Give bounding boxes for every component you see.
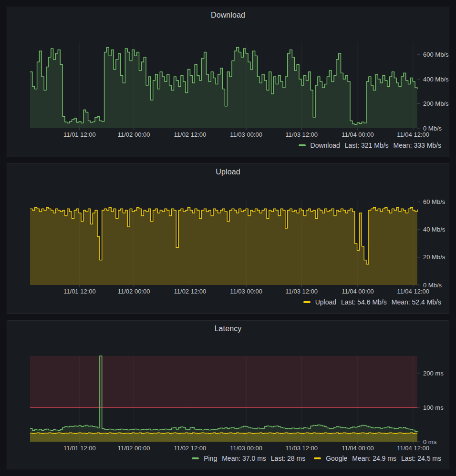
upload-legend: UploadLast: 54.6 Mb/sMean: 52.4 Mb/s — [7, 294, 449, 314]
x-axis-label: 11/01 12:00 — [63, 288, 96, 294]
legend-stat: Last: 28 ms — [271, 455, 305, 462]
y-axis-label: 400 Mb/s — [423, 76, 449, 83]
panel-download: Download 0 Mb/s200 Mb/s400 Mb/s600 Mb/s1… — [7, 7, 449, 157]
threshold-region — [30, 356, 417, 407]
x-axis-label: 11/02 12:00 — [174, 131, 207, 138]
legend-label[interactable]: Google — [326, 455, 347, 462]
x-axis-label: 11/03 12:00 — [285, 445, 318, 451]
latency-chart[interactable]: 0 ms100 ms200 ms11/01 12:0011/02 00:0011… — [7, 337, 449, 451]
x-axis-label: 11/03 00:00 — [230, 288, 262, 294]
x-axis-label: 11/01 12:00 — [63, 131, 96, 138]
legend-stat: Mean: 24.9 ms — [352, 455, 396, 462]
x-axis-label: 11/02 12:00 — [174, 288, 207, 294]
series-google-fill — [30, 433, 417, 442]
x-axis-label: 11/04 00:00 — [342, 445, 374, 451]
legend-item-google[interactable]: GoogleMean: 24.9 msLast: 24.5 ms — [314, 455, 441, 462]
x-axis-label: 11/04 12:00 — [397, 288, 429, 294]
x-axis-label: 11/04 00:00 — [342, 131, 374, 138]
y-axis-label: 20 Mb/s — [423, 253, 446, 261]
upload-chart[interactable]: 0 Mb/s20 Mb/s40 Mb/s60 Mb/s11/01 12:0011… — [7, 180, 449, 294]
x-axis-label: 11/02 00:00 — [118, 445, 150, 451]
legend-item-download[interactable]: DownloadLast: 321 Mb/sMean: 333 Mb/s — [299, 142, 441, 149]
panel-title-latency: Latency — [7, 321, 449, 337]
y-axis-label: 100 ms — [423, 404, 444, 411]
download-chart-area[interactable]: 0 Mb/s200 Mb/s400 Mb/s600 Mb/s11/01 12:0… — [7, 23, 449, 138]
legend-label[interactable]: Ping — [204, 455, 217, 462]
x-axis-label: 11/03 00:00 — [230, 445, 262, 451]
x-axis-label: 11/04 12:00 — [397, 131, 429, 138]
legend-label[interactable]: Download — [311, 142, 340, 149]
latency-legend: PingMean: 37.0 msLast: 28 msGoogleMean: … — [7, 451, 449, 469]
x-axis-label: 11/04 00:00 — [342, 288, 374, 294]
legend-stat: Mean: 52.4 Mb/s — [392, 299, 441, 305]
legend-label[interactable]: Upload — [315, 299, 336, 305]
latency-chart-area[interactable]: 0 ms100 ms200 ms11/01 12:0011/02 00:0011… — [7, 337, 449, 451]
y-axis-label: 40 Mb/s — [423, 226, 446, 233]
y-axis-label: 600 Mb/s — [423, 51, 449, 58]
legend-stat: Last: 321 Mb/s — [345, 142, 389, 149]
x-axis-label: 11/02 00:00 — [118, 131, 150, 138]
y-axis-label: 60 Mb/s — [423, 198, 446, 205]
y-axis-label: 200 ms — [423, 370, 444, 377]
download-legend: DownloadLast: 321 Mb/sMean: 333 Mb/s — [7, 138, 449, 157]
y-axis-label: 200 Mb/s — [423, 100, 449, 107]
x-axis-label: 11/03 12:00 — [285, 131, 318, 138]
download-chart[interactable]: 0 Mb/s200 Mb/s400 Mb/s600 Mb/s11/01 12:0… — [7, 23, 449, 138]
panel-upload: Upload 0 Mb/s20 Mb/s40 Mb/s60 Mb/s11/01 … — [7, 163, 449, 314]
x-axis-label: 11/04 12:00 — [397, 445, 429, 451]
legend-stat: Mean: 333 Mb/s — [394, 142, 441, 149]
x-axis-label: 11/03 12:00 — [285, 288, 318, 294]
legend-swatch-icon — [299, 144, 306, 146]
x-axis-label: 11/02 12:00 — [174, 445, 207, 451]
legend-item-upload[interactable]: UploadLast: 54.6 Mb/sMean: 52.4 Mb/s — [303, 299, 441, 305]
legend-stat: Last: 24.5 ms — [401, 455, 441, 462]
panel-title-upload: Upload — [7, 164, 449, 180]
x-axis-label: 11/01 12:00 — [63, 445, 96, 451]
panel-title-download: Download — [7, 7, 449, 23]
upload-chart-area[interactable]: 0 Mb/s20 Mb/s40 Mb/s60 Mb/s11/01 12:0011… — [7, 180, 449, 294]
series-google-line — [30, 433, 417, 433]
legend-stat: Last: 54.6 Mb/s — [341, 299, 387, 305]
legend-swatch-icon — [303, 301, 311, 303]
x-axis-label: 11/03 00:00 — [230, 131, 262, 138]
legend-stat: Mean: 37.0 ms — [222, 455, 266, 462]
legend-swatch-icon — [192, 457, 199, 459]
legend-item-ping[interactable]: PingMean: 37.0 msLast: 28 ms — [192, 455, 305, 462]
panel-latency: Latency 0 ms100 ms200 ms11/01 12:0011/02… — [7, 320, 449, 469]
x-axis-label: 11/02 00:00 — [118, 288, 150, 294]
legend-swatch-icon — [314, 457, 321, 459]
